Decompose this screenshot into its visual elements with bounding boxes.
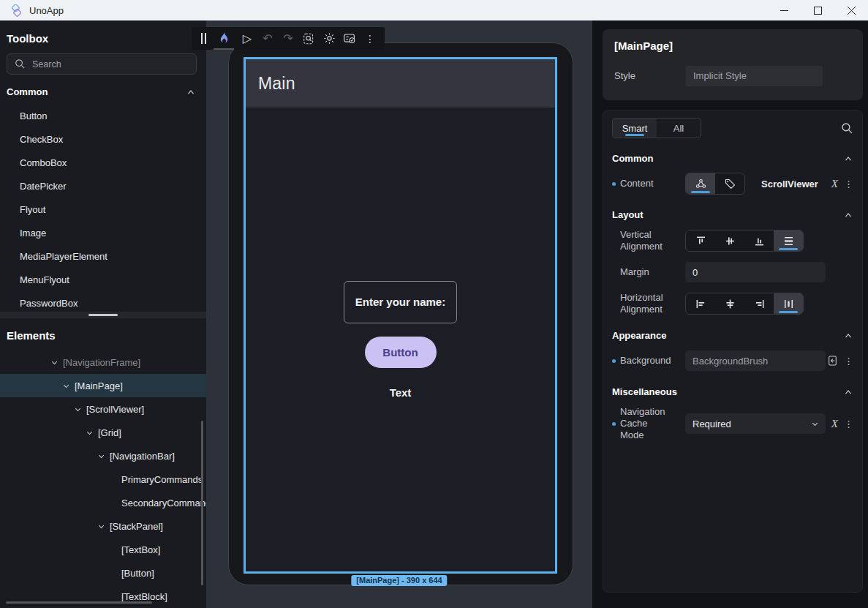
section-appearance[interactable]: Appearance bbox=[612, 330, 853, 341]
navigation-bar[interactable]: Main bbox=[246, 59, 555, 108]
more-options-icon[interactable]: ⋮ bbox=[844, 419, 853, 429]
valign-center-icon[interactable] bbox=[715, 230, 744, 251]
tree-item-textbox[interactable]: [TextBox] bbox=[0, 538, 206, 561]
theme-sun-icon[interactable] bbox=[319, 27, 339, 50]
preview-textbox[interactable]: Enter your name: bbox=[344, 281, 457, 323]
toolbox-item-button[interactable]: Button bbox=[0, 105, 206, 128]
search-icon bbox=[15, 59, 26, 70]
chevron-up-icon bbox=[843, 331, 853, 341]
toolbox-item-menuflyout[interactable]: MenuFlyout bbox=[0, 269, 206, 292]
tree-item-navigationframe[interactable]: [NavigationFrame] bbox=[0, 350, 206, 374]
section-common-title: Common bbox=[612, 153, 653, 164]
tree-item-button[interactable]: [Button] bbox=[0, 561, 206, 585]
toolbox-search[interactable] bbox=[7, 53, 197, 75]
navigation-cache-mode-row: Navigation Cache Mode Required X ⋮ bbox=[612, 406, 853, 441]
play-icon[interactable]: ▷ bbox=[237, 27, 257, 50]
selected-element-card: [MainPage] Style Implicit Style bbox=[603, 29, 863, 100]
chevron-up-icon bbox=[186, 87, 196, 97]
halign-stretch-icon[interactable] bbox=[774, 293, 803, 314]
modified-dot bbox=[612, 422, 616, 426]
close-button[interactable] bbox=[834, 0, 868, 20]
xaml-binding-icon[interactable]: X bbox=[831, 178, 838, 190]
chevron-up-icon bbox=[843, 154, 853, 164]
tree-item-textblock[interactable]: [TextBlock] bbox=[0, 585, 206, 608]
tree-item-grid[interactable]: [Grid] bbox=[0, 421, 206, 444]
maximize-button[interactable] bbox=[801, 0, 834, 20]
valign-top-icon[interactable] bbox=[686, 230, 715, 251]
tree-item-label: [StackPanel] bbox=[110, 521, 163, 532]
section-common[interactable]: Common bbox=[612, 153, 853, 164]
panel-splitter[interactable] bbox=[0, 312, 206, 318]
navigation-cache-mode-label: Navigation Cache Mode bbox=[620, 406, 673, 441]
halign-center-icon[interactable] bbox=[715, 293, 744, 314]
toolbox-list: ButtonCheckBoxComboBoxDatePickerFlyoutIm… bbox=[0, 105, 206, 315]
more-options-icon[interactable]: ⋮ bbox=[844, 179, 853, 189]
toolbox-item-image[interactable]: Image bbox=[0, 222, 206, 245]
style-value-field[interactable]: Implicit Style bbox=[686, 66, 823, 86]
more-options-icon[interactable]: ⋮ bbox=[360, 27, 380, 50]
tree-item-navigationbar[interactable]: [NavigationBar] bbox=[0, 444, 206, 468]
xaml-binding-icon[interactable]: X bbox=[831, 418, 838, 430]
elements-horizontal-scrollbar[interactable] bbox=[6, 601, 152, 604]
more-options-icon[interactable]: ⋮ bbox=[844, 356, 853, 367]
section-miscellaneous-title: Miscellaneous bbox=[612, 386, 677, 397]
tree-item-label: [Grid] bbox=[98, 427, 121, 438]
tree-item-secondarycommands[interactable]: SecondaryCommands bbox=[0, 491, 206, 514]
halign-right-icon[interactable] bbox=[744, 293, 774, 314]
toolbox-item-flyout[interactable]: Flyout bbox=[0, 198, 206, 222]
valign-bottom-icon[interactable] bbox=[744, 230, 774, 251]
chevron-down-icon[interactable] bbox=[97, 522, 110, 531]
tree-item-scrollviewer[interactable]: [ScrollViewer] bbox=[0, 397, 206, 421]
vertical-alignment-row: Vertical Alignment bbox=[612, 229, 853, 252]
horizontal-alignment-toggle bbox=[685, 293, 804, 315]
chevron-down-icon[interactable] bbox=[73, 405, 86, 414]
tree-item-label: [Button] bbox=[121, 568, 154, 579]
minimize-button[interactable] bbox=[767, 0, 801, 20]
toolbox-section-common[interactable]: Common bbox=[7, 86, 196, 97]
elements-vertical-scrollbar[interactable] bbox=[201, 421, 203, 585]
page-title: Main bbox=[258, 74, 295, 94]
margin-field[interactable]: 0 bbox=[685, 262, 826, 282]
undo-icon[interactable]: ↶ bbox=[257, 27, 278, 50]
chevron-down-icon[interactable] bbox=[85, 428, 98, 438]
resource-link-icon[interactable] bbox=[827, 355, 838, 367]
section-miscellaneous[interactable]: Miscellaneous bbox=[612, 386, 853, 397]
preview-button[interactable]: Button bbox=[365, 337, 437, 368]
toolbox-item-checkbox[interactable]: CheckBox bbox=[0, 128, 206, 151]
valign-stretch-icon[interactable] bbox=[774, 230, 803, 251]
search-input[interactable] bbox=[32, 59, 178, 70]
margin-row: Margin 0 bbox=[612, 261, 853, 283]
element-mode-icon[interactable] bbox=[686, 173, 715, 194]
tree-item-label: [MainPage] bbox=[75, 380, 123, 391]
halign-left-icon[interactable] bbox=[686, 293, 715, 314]
toolbar-drag-grip[interactable] bbox=[196, 27, 211, 50]
tree-item-mainpage[interactable]: [MainPage] bbox=[0, 374, 206, 397]
modified-dot bbox=[612, 182, 616, 186]
chevron-down-icon[interactable] bbox=[97, 451, 110, 461]
design-toolbar: ▷ ↶ ↷ bbox=[192, 27, 385, 50]
inspect-element-icon[interactable] bbox=[298, 27, 319, 50]
section-layout[interactable]: Layout bbox=[612, 209, 853, 220]
properties-search-icon[interactable] bbox=[841, 122, 853, 135]
redo-icon[interactable]: ↷ bbox=[278, 27, 298, 50]
hot-design-flame-icon[interactable] bbox=[211, 27, 237, 50]
chevron-down-icon[interactable] bbox=[50, 358, 63, 367]
common-section-label: Common bbox=[7, 86, 48, 97]
form-check-icon[interactable] bbox=[339, 27, 360, 50]
chevron-down-icon[interactable] bbox=[61, 381, 75, 391]
chevron-up-icon bbox=[843, 210, 853, 220]
toolbox-item-mediaplayerelement[interactable]: MediaPlayerElement bbox=[0, 245, 206, 269]
mainpage-selection[interactable]: Main Enter your name: Button Text bbox=[244, 57, 557, 574]
tag-mode-icon[interactable] bbox=[715, 173, 744, 194]
textbox-text: Enter your name: bbox=[355, 296, 445, 308]
navigation-cache-mode-select[interactable]: Required bbox=[685, 413, 826, 434]
tree-item-stackpanel[interactable]: [StackPanel] bbox=[0, 514, 206, 538]
background-field[interactable]: BackgroundBrush bbox=[685, 350, 826, 371]
tab-all[interactable]: All bbox=[657, 119, 701, 138]
tab-smart[interactable]: Smart bbox=[613, 119, 657, 138]
tree-item-primarycommands[interactable]: PrimaryCommands bbox=[0, 468, 206, 491]
toolbox-item-datepicker[interactable]: DatePicker bbox=[0, 175, 206, 198]
content-label: Content bbox=[620, 178, 654, 189]
toolbox-item-combobox[interactable]: ComboBox bbox=[0, 151, 206, 175]
left-panel: Toolbox Common ButtonCheckBoxComboBoxDat… bbox=[0, 20, 206, 608]
